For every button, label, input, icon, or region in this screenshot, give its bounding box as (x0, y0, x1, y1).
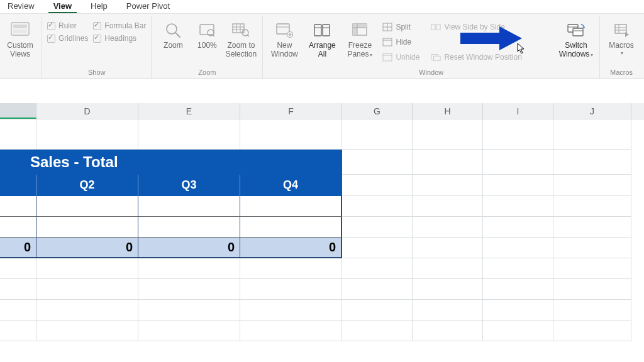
split-button[interactable]: Split (380, 20, 422, 34)
col-header-f[interactable]: F (240, 103, 342, 119)
switch-windows-button[interactable]: Switch Windows▾ (557, 18, 596, 67)
cell[interactable] (138, 279, 240, 300)
cell[interactable] (0, 217, 36, 238)
cell[interactable] (240, 300, 342, 321)
cell[interactable] (553, 175, 631, 196)
cell[interactable] (342, 279, 413, 300)
cell[interactable] (553, 258, 631, 279)
cell[interactable] (553, 119, 631, 150)
cell[interactable] (483, 217, 553, 238)
tab-review[interactable]: Review (3, 0, 40, 13)
table-header-q4[interactable]: Q4 (240, 175, 342, 196)
cell[interactable] (483, 321, 553, 341)
worksheet[interactable]: D E F G H I J Sales - Total Q2 Q3 Q4 (0, 103, 644, 362)
cell[interactable] (138, 300, 240, 321)
zoom-button[interactable]: Zoom (155, 18, 191, 67)
total-cell-d[interactable]: 0 (36, 238, 138, 258)
cell[interactable] (240, 279, 342, 300)
cell[interactable] (138, 258, 240, 279)
cell[interactable] (138, 196, 240, 217)
cell[interactable] (553, 217, 631, 238)
cell[interactable] (342, 150, 413, 175)
cell[interactable] (138, 119, 240, 150)
tab-help[interactable]: Help (86, 0, 113, 13)
cell[interactable] (240, 321, 342, 341)
cell[interactable] (483, 196, 553, 217)
table-title[interactable]: Sales - Total (0, 150, 342, 175)
cell[interactable] (413, 217, 483, 238)
arrange-all-button[interactable]: Arrange All (304, 18, 340, 67)
cell[interactable] (0, 279, 36, 300)
cell[interactable] (0, 258, 36, 279)
cell[interactable] (36, 321, 138, 341)
cell[interactable] (553, 300, 631, 321)
cell[interactable] (553, 279, 631, 300)
tab-view[interactable]: View (48, 0, 77, 13)
cell[interactable] (342, 300, 413, 321)
cell[interactable] (553, 321, 631, 341)
col-header-j[interactable]: J (553, 103, 631, 119)
cell[interactable] (483, 258, 553, 279)
macros-button[interactable]: Macros ▾ (604, 18, 639, 67)
cell[interactable] (413, 175, 483, 196)
col-header-e[interactable]: E (138, 103, 240, 119)
cell[interactable] (342, 196, 413, 217)
cell[interactable] (413, 258, 483, 279)
col-header-h[interactable]: H (413, 103, 483, 119)
cell[interactable] (413, 238, 483, 258)
table-header-q2[interactable]: Q2 (36, 175, 138, 196)
new-window-button[interactable]: New Window (267, 18, 302, 67)
total-cell-f[interactable]: 0 (240, 238, 342, 258)
cell[interactable] (413, 196, 483, 217)
freeze-panes-button[interactable]: Freeze Panes▾ (342, 18, 377, 67)
cell[interactable] (413, 150, 483, 175)
cell[interactable] (342, 175, 413, 196)
cell[interactable] (342, 119, 413, 150)
total-cell-c[interactable]: 0 (0, 238, 36, 258)
tab-powerpivot[interactable]: Power Pivot (121, 0, 175, 13)
cell[interactable] (413, 119, 483, 150)
cell[interactable] (553, 238, 631, 258)
table-header-q3[interactable]: Q3 (138, 175, 240, 196)
hide-button[interactable]: Hide (380, 35, 422, 49)
unhide-button[interactable]: Unhide (380, 50, 422, 64)
col-header-d[interactable]: D (36, 103, 138, 119)
cell[interactable] (483, 300, 553, 321)
ruler-checkbox[interactable]: Ruler (47, 21, 88, 30)
cell[interactable] (36, 119, 138, 150)
cell[interactable] (36, 196, 138, 217)
cell[interactable] (553, 150, 631, 175)
cell[interactable] (36, 300, 138, 321)
cell[interactable] (413, 300, 483, 321)
custom-views-button[interactable]: Custom Views (3, 18, 38, 67)
cell[interactable] (0, 321, 36, 341)
cell[interactable] (36, 279, 138, 300)
cell[interactable] (138, 321, 240, 341)
cell[interactable] (240, 196, 342, 217)
cell[interactable] (413, 321, 483, 341)
cell[interactable] (553, 196, 631, 217)
cell[interactable] (240, 258, 342, 279)
cell[interactable] (483, 119, 553, 150)
cell[interactable] (342, 238, 413, 258)
cell[interactable] (413, 279, 483, 300)
col-header-stub[interactable] (0, 103, 36, 119)
table-header-corner[interactable] (0, 175, 36, 196)
cell[interactable] (36, 258, 138, 279)
cell[interactable] (0, 119, 36, 150)
zoom-to-selection-button[interactable]: Zoom to Selection (223, 18, 258, 67)
cell[interactable] (138, 217, 240, 238)
formula-bar-checkbox[interactable]: Formula Bar (93, 21, 146, 30)
cell[interactable] (342, 258, 413, 279)
cell[interactable] (0, 196, 36, 217)
col-header-i[interactable]: I (483, 103, 553, 119)
cell[interactable] (483, 279, 553, 300)
cell[interactable] (342, 217, 413, 238)
cell[interactable] (342, 321, 413, 341)
cell[interactable] (240, 119, 342, 150)
col-header-g[interactable]: G (342, 103, 413, 119)
gridlines-checkbox[interactable]: Gridlines (47, 34, 88, 43)
cell[interactable] (36, 217, 138, 238)
cell[interactable] (0, 300, 36, 321)
cell[interactable] (483, 150, 553, 175)
